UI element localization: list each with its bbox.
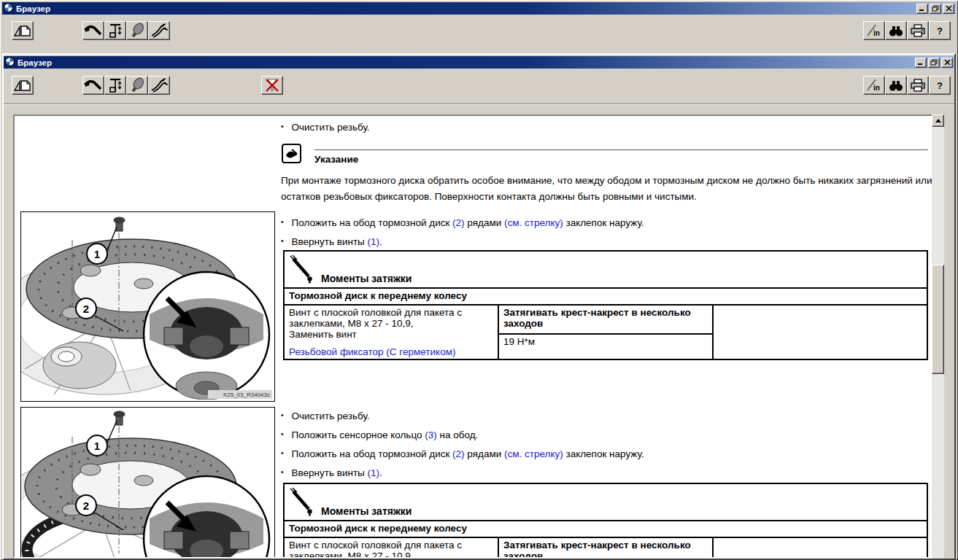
minimize-icon <box>917 59 924 66</box>
figure-wheel-sensor-ring: 1 2 <box>20 407 275 559</box>
caliper-gauge-icon <box>107 23 124 39</box>
caliper-gauge-button[interactable] <box>104 76 126 95</box>
torque-value-cell: 19 Н*м <box>498 334 713 359</box>
see-arrow-link[interactable]: (см. стрелку) <box>504 217 563 228</box>
cancel-selection-icon <box>263 77 281 93</box>
toolbar-separator <box>4 104 954 105</box>
print-button[interactable] <box>907 21 929 40</box>
torque-item-cell: Винт с плоской головкой для пакета с зак… <box>284 537 498 559</box>
search-binoculars-icon <box>887 78 905 93</box>
torque-table: Моменты затяжки Тормозной диск к передне… <box>283 483 928 559</box>
note-body-line1: При монтаже тормозного диска обратить ос… <box>281 173 935 189</box>
torque-table-title: Моменты затяжки <box>321 273 412 286</box>
restore-button[interactable] <box>930 4 941 14</box>
scroll-up-icon <box>935 119 941 122</box>
help-icon: ? <box>937 26 943 36</box>
minimize-button[interactable] <box>916 4 928 14</box>
torque-method-cell: Затягивать крест-накрест в несколько зах… <box>498 305 713 334</box>
print-icon <box>909 78 927 93</box>
callout-link-2[interactable]: (2) <box>452 448 465 459</box>
print-icon <box>909 23 927 38</box>
scroll-up-button[interactable] <box>932 114 944 127</box>
step-screws: Ввернуть винты (1). <box>281 236 382 247</box>
scrollbar-thumb[interactable] <box>932 265 944 374</box>
note-title: Указание <box>314 154 358 165</box>
page-navigation-button[interactable] <box>12 21 34 40</box>
help-button[interactable]: ? <box>929 76 951 95</box>
torque-table-subtitle: Тормозной диск к переднему колесу <box>284 521 927 537</box>
callout-link-3[interactable]: (3) <box>425 429 437 440</box>
vertical-scrollbar[interactable] <box>932 114 944 559</box>
note-body-line2: остатков резьбовых фиксаторов. Поверхнос… <box>281 189 935 205</box>
caliper-gauge-icon <box>107 77 124 93</box>
search-button[interactable] <box>885 21 907 40</box>
units-button[interactable]: in <box>863 76 885 95</box>
grease-gun-icon <box>128 23 147 39</box>
note-rule <box>314 149 928 150</box>
svg-text:in: in <box>873 29 880 37</box>
torque-empty-cell <box>713 537 927 559</box>
print-button[interactable] <box>907 76 929 95</box>
restore-button[interactable] <box>928 58 940 68</box>
pliers-icon <box>150 77 169 93</box>
search-binoculars-icon <box>887 23 905 38</box>
callout-link-1[interactable]: (1) <box>368 236 380 247</box>
cancel-selection-button[interactable] <box>261 76 283 95</box>
bmw-logo-icon <box>5 56 15 69</box>
units-inch-icon: in <box>865 23 883 38</box>
units-button[interactable]: in <box>863 21 885 40</box>
step-sensor-ring: Положить сенсорное кольцо (3) на обод. <box>281 429 478 440</box>
close-button[interactable] <box>941 58 953 68</box>
svg-text:1: 1 <box>94 248 100 260</box>
browser-window-inner: Браузер <box>2 53 956 560</box>
svg-text:1: 1 <box>94 440 100 452</box>
page-navigation-icon <box>13 77 32 93</box>
step-place-disc: Положить на обод тормозной диск (2) ряда… <box>281 448 644 459</box>
step-clean-threads: Очистить резьбу. <box>281 411 370 421</box>
close-icon <box>944 59 951 66</box>
note-body: При монтаже тормозного диска обратить ос… <box>281 173 935 204</box>
torque-table-subtitle: Тормозной диск к переднему колесу <box>284 288 927 305</box>
brake-tool-icon <box>84 23 103 38</box>
figure-code: K25_03_R34043c <box>223 392 270 398</box>
help-button[interactable]: ? <box>929 21 951 40</box>
torque-wrench-icon <box>289 254 315 286</box>
step-screws: Ввернуть винты (1). <box>281 467 382 478</box>
pliers-button[interactable] <box>148 21 170 40</box>
svg-text:in: in <box>873 84 880 92</box>
restore-icon <box>932 5 939 12</box>
torque-empty-cell <box>713 305 927 359</box>
grease-gun-button[interactable] <box>126 21 148 40</box>
see-arrow-link[interactable]: (см. стрелку) <box>504 448 563 459</box>
pliers-button[interactable] <box>148 76 170 95</box>
grease-gun-button[interactable] <box>126 76 148 95</box>
pliers-icon <box>150 23 169 39</box>
callout-link-1[interactable]: (1) <box>368 467 380 478</box>
torque-wrench-icon <box>289 487 315 518</box>
torque-item-line1: Винт с плоской головкой для пакета с зак… <box>289 307 493 329</box>
grease-gun-icon <box>128 77 147 93</box>
restore-icon <box>930 59 938 66</box>
brake-tool-button[interactable] <box>82 76 104 95</box>
note-hand-icon <box>282 144 301 163</box>
close-button[interactable] <box>943 4 954 14</box>
step-place-disc: Положить на обод тормозной диск (2) ряда… <box>281 217 644 228</box>
caliper-gauge-button[interactable] <box>104 21 126 40</box>
bmw-logo-icon <box>4 2 13 15</box>
torque-item-line2: Заменить винт <box>289 329 493 340</box>
units-inch-icon: in <box>865 78 883 93</box>
page-navigation-icon <box>13 23 32 39</box>
svg-text:2: 2 <box>83 499 89 512</box>
minimize-icon <box>919 5 926 12</box>
torque-table-title: Моменты затяжки <box>321 505 412 518</box>
minimize-button[interactable] <box>915 58 927 68</box>
torque-method-cell: Затягивать крест-накрест в несколько зах… <box>498 537 713 559</box>
search-button[interactable] <box>885 76 907 95</box>
thread-fixative-link[interactable]: Резьбовой фиксатор (С герметиком) <box>289 346 493 357</box>
page-navigation-button[interactable] <box>12 76 34 95</box>
svg-text:2: 2 <box>83 303 89 315</box>
brake-tool-icon <box>84 78 103 93</box>
callout-link-2[interactable]: (2) <box>452 217 465 228</box>
brake-tool-button[interactable] <box>82 21 104 40</box>
step-clean-threads: Очистить резьбу. <box>281 122 370 133</box>
